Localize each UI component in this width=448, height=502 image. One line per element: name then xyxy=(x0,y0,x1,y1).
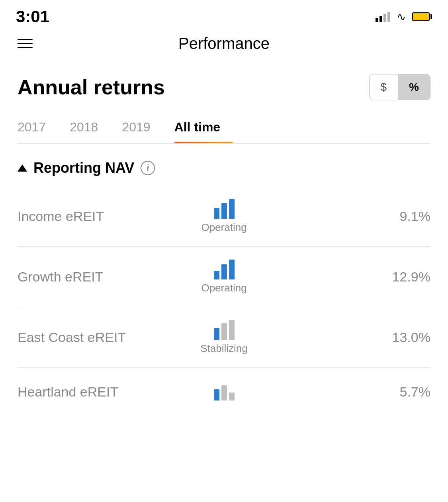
currency-toggle-group: $ % xyxy=(369,74,430,100)
toggle-percent-button[interactable]: % xyxy=(398,74,430,100)
fund-value-eastcoast: 13.0% xyxy=(293,330,430,345)
tab-2019[interactable]: 2019 xyxy=(122,115,163,144)
status-icons: ∿ xyxy=(376,10,432,23)
bar-3 xyxy=(229,320,235,340)
tab-2017[interactable]: 2017 xyxy=(18,115,59,144)
info-icon-label: i xyxy=(147,163,149,173)
fund-chart-eastcoast: Stabilizing xyxy=(155,320,293,355)
bar-1 xyxy=(214,271,219,279)
fund-value-growth: 12.9% xyxy=(293,269,430,285)
fund-name-income: Income eREIT xyxy=(18,209,155,224)
fund-value-income: 9.1% xyxy=(293,209,430,224)
battery-icon xyxy=(412,12,432,21)
fund-status-income: Operating xyxy=(201,221,246,234)
status-bar: 3:01 ∿ xyxy=(0,0,448,31)
bar-2 xyxy=(221,385,227,400)
bar-1 xyxy=(214,328,219,340)
reporting-nav-section-header: Reporting NAV i xyxy=(18,144,430,186)
toggle-dollar-button[interactable]: $ xyxy=(370,74,398,100)
annual-returns-header: Annual returns $ % xyxy=(18,74,430,100)
collapse-icon[interactable] xyxy=(18,164,27,172)
bar-chart-heartland xyxy=(214,381,235,400)
fund-row-income: Income eREIT Operating 9.1% xyxy=(18,186,430,246)
fund-name-eastcoast: East Coast eREIT xyxy=(18,330,155,345)
bar-1 xyxy=(214,208,219,219)
tab-2018[interactable]: 2018 xyxy=(70,115,111,144)
bar-2 xyxy=(221,264,227,279)
fund-chart-growth: Operating xyxy=(155,260,293,294)
fund-name-heartland: Heartland eREIT xyxy=(18,384,155,400)
bar-1 xyxy=(214,389,219,400)
bar-3 xyxy=(229,199,235,219)
fund-row-heartland: Heartland eREIT 5.7% xyxy=(18,367,430,409)
main-content: Annual returns $ % 2017 2018 2019 All ti… xyxy=(0,58,448,409)
fund-row-growth: Growth eREIT Operating 12.9% xyxy=(18,246,430,307)
fund-chart-income: Operating xyxy=(155,199,293,234)
bar-chart-eastcoast xyxy=(214,320,235,340)
header: Performance xyxy=(0,31,448,58)
info-icon[interactable]: i xyxy=(141,161,155,175)
section-title: Reporting NAV xyxy=(33,160,134,176)
year-tabs: 2017 2018 2019 All time xyxy=(18,115,430,144)
bar-3 xyxy=(229,260,235,279)
bar-chart-growth xyxy=(214,260,235,279)
fund-chart-heartland xyxy=(155,381,293,403)
signal-bars-icon xyxy=(376,12,390,22)
bar-3 xyxy=(229,393,235,400)
status-time: 3:01 xyxy=(16,7,49,26)
bar-chart-income xyxy=(214,199,235,219)
fund-name-growth: Growth eREIT xyxy=(18,269,155,285)
fund-row-eastcoast: East Coast eREIT Stabilizing 13.0% xyxy=(18,307,430,367)
wifi-icon: ∿ xyxy=(397,10,406,23)
fund-status-eastcoast: Stabilizing xyxy=(200,342,248,355)
menu-button[interactable] xyxy=(18,39,33,48)
bar-2 xyxy=(221,203,227,219)
page-title: Performance xyxy=(178,35,270,53)
fund-value-heartland: 5.7% xyxy=(293,384,430,400)
bar-2 xyxy=(221,323,227,340)
tab-alltime[interactable]: All time xyxy=(174,115,233,144)
fund-status-growth: Operating xyxy=(201,282,246,294)
annual-returns-title: Annual returns xyxy=(18,75,165,99)
